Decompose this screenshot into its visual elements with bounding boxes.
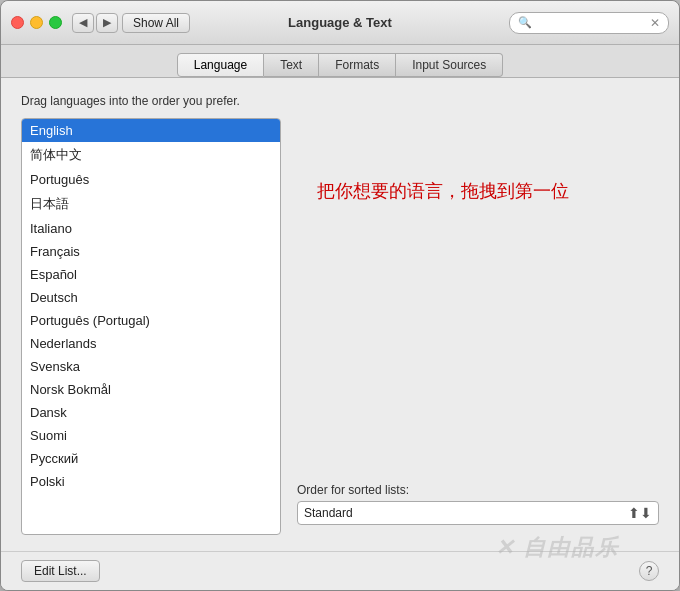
search-icon: 🔍 xyxy=(518,16,532,29)
bottom-bar: Edit List... ✕ 自由品乐 ? xyxy=(1,551,679,590)
list-item[interactable]: Svenska xyxy=(22,355,280,378)
forward-button[interactable]: ▶ xyxy=(96,13,118,33)
list-item[interactable]: Português (Portugal) xyxy=(22,309,280,332)
order-select[interactable]: Standard ⬆⬇ xyxy=(297,501,659,525)
search-box[interactable]: 🔍 ✕ xyxy=(509,12,669,34)
back-icon: ◀ xyxy=(79,16,87,29)
back-button[interactable]: ◀ xyxy=(72,13,94,33)
tabbar: Language Text Formats Input Sources xyxy=(1,45,679,78)
order-select-value: Standard xyxy=(304,506,353,520)
annotation-text: 把你想要的语言，拖拽到第一位 xyxy=(317,178,659,205)
edit-list-button[interactable]: Edit List... xyxy=(21,560,100,582)
tab-language[interactable]: Language xyxy=(177,53,264,77)
list-item[interactable]: Nederlands xyxy=(22,332,280,355)
search-clear-icon[interactable]: ✕ xyxy=(650,16,660,30)
list-item[interactable]: Italiano xyxy=(22,217,280,240)
list-item[interactable]: Português xyxy=(22,168,280,191)
search-input[interactable] xyxy=(536,16,646,30)
list-item[interactable]: 简体中文 xyxy=(22,142,280,168)
minimize-button[interactable] xyxy=(30,16,43,29)
list-item[interactable]: Dansk xyxy=(22,401,280,424)
traffic-lights xyxy=(11,16,62,29)
help-button[interactable]: ? xyxy=(639,561,659,581)
order-label: Order for sorted lists: xyxy=(297,483,659,497)
list-item[interactable]: 日本語 xyxy=(22,191,280,217)
show-all-button[interactable]: Show All xyxy=(122,13,190,33)
order-section: Order for sorted lists: Standard ⬆⬇ xyxy=(297,483,659,535)
right-panel: 把你想要的语言，拖拽到第一位 Order for sorted lists: S… xyxy=(297,118,659,535)
language-list[interactable]: English简体中文Português日本語ItalianoFrançaisE… xyxy=(22,119,280,534)
tab-formats[interactable]: Formats xyxy=(319,53,396,77)
main-window: ◀ ▶ Show All Language & Text 🔍 ✕ Languag… xyxy=(0,0,680,591)
forward-icon: ▶ xyxy=(103,16,111,29)
list-item[interactable]: Deutsch xyxy=(22,286,280,309)
window-title: Language & Text xyxy=(288,15,392,30)
watermark: ✕ 自由品乐 xyxy=(495,533,619,563)
tab-input-sources[interactable]: Input Sources xyxy=(396,53,503,77)
maximize-button[interactable] xyxy=(49,16,62,29)
list-item[interactable]: Suomi xyxy=(22,424,280,447)
tab-text[interactable]: Text xyxy=(264,53,319,77)
nav-buttons: ◀ ▶ xyxy=(72,13,118,33)
list-item[interactable]: Русский xyxy=(22,447,280,470)
list-item[interactable]: Español xyxy=(22,263,280,286)
list-item[interactable]: Norsk Bokmål xyxy=(22,378,280,401)
list-item[interactable]: English xyxy=(22,119,280,142)
list-item[interactable]: Français xyxy=(22,240,280,263)
list-item[interactable]: Polski xyxy=(22,470,280,493)
language-list-container: English简体中文Português日本語ItalianoFrançaisE… xyxy=(21,118,281,535)
main-area: English简体中文Português日本語ItalianoFrançaisE… xyxy=(21,118,659,535)
order-select-arrow-icon: ⬆⬇ xyxy=(628,505,652,521)
close-button[interactable] xyxy=(11,16,24,29)
content-area: Drag languages into the order you prefer… xyxy=(1,78,679,551)
titlebar: ◀ ▶ Show All Language & Text 🔍 ✕ xyxy=(1,1,679,45)
instruction-text: Drag languages into the order you prefer… xyxy=(21,94,659,108)
